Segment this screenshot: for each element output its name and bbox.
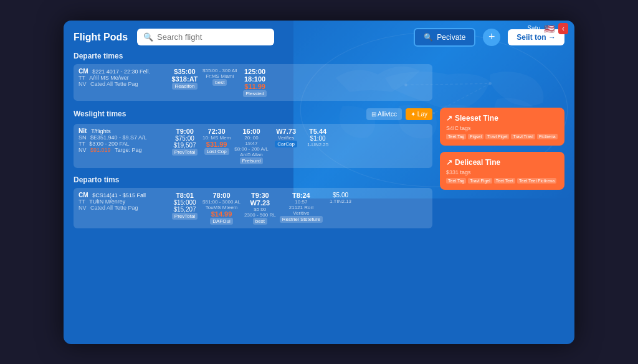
- badge-rainbow: Restriel Ststefure: [280, 216, 323, 223]
- flight-code-1: CM $221 4017 - 22:30 Fell.: [79, 68, 166, 75]
- sleeset-title: ↗ Sleeset Tine: [446, 114, 558, 123]
- w-price-hl2: $31.99: [206, 141, 227, 148]
- d2-t3: T9:30: [251, 192, 269, 199]
- w-v1: Verifies: [278, 135, 294, 141]
- d2-t1v: $51:00 - 3000 AL: [202, 199, 240, 205]
- flight-info-1: CM $221 4017 - 22:30 Fell. TT A/ril MS M…: [79, 68, 166, 87]
- w-p3: 10: MS Mem: [202, 135, 231, 141]
- departure-title: Departe times: [74, 52, 432, 60]
- sleeset-card[interactable]: ↗ Sleeset Tine S4IC tags Teet Tag Figsel…: [440, 108, 564, 146]
- d2-col-2: 78:00 $51:00 - 3000 AL TouMS Mteem $14.9…: [202, 192, 240, 225]
- add-button[interactable]: +: [483, 29, 500, 46]
- deliceal-subtitle: $331 tags: [446, 169, 558, 175]
- departo-row: CM $CS14(41 - $515 Fall TT TUlIN M/enrey…: [74, 188, 432, 228]
- d2-price-hl: $14.99: [211, 210, 232, 218]
- route-nv2: $91.019: [90, 147, 111, 153]
- badge-flessied: Flessied: [243, 90, 267, 97]
- code-nv2: NV: [79, 147, 87, 153]
- d2-route1: $CS14(41 - $515 Fall: [92, 192, 146, 198]
- search-box[interactable]: 🔍: [137, 29, 274, 45]
- tag-4: Travl Travl: [511, 134, 535, 139]
- w-main: $1:00: [310, 135, 326, 142]
- w-p8: Ard5 Allan: [240, 152, 262, 157]
- sleeset-subtitle: S4IC tags: [446, 125, 558, 131]
- arrow-icon-1: ↗: [446, 114, 452, 123]
- code-tt2: TT: [79, 141, 85, 147]
- tag-1: Teet Tag: [446, 134, 466, 139]
- departo-code-nv: NV Cated All Tette Pag: [79, 205, 166, 211]
- badge-d2-b1: PrevTotal: [172, 213, 198, 220]
- time-val-1: $35:00: [174, 68, 195, 75]
- back-button[interactable]: ‹: [558, 23, 568, 34]
- departure-section: Departe times CM $221 4017 - 22:30 Fell.…: [74, 52, 432, 101]
- weslight-route-tt: TT $3:00 - 200 FAL: [79, 141, 166, 147]
- header: Flight Pods 🔍 🔍 Pecivate + Seiit ton →: [64, 21, 574, 52]
- dtag-4: Teet Teet Fictirena: [517, 178, 556, 184]
- flight-sub-1: NV Cated All Tette Pag: [79, 81, 166, 87]
- d2-code: 1.TIN2.13: [330, 198, 351, 204]
- d2-tt: TT: [79, 198, 85, 205]
- w-col-4: W7.73 Verifies CarCap: [272, 128, 300, 164]
- private-button[interactable]: 🔍 Pecivate: [414, 28, 475, 47]
- w-t3: 16:00: [242, 128, 260, 135]
- targe-pag: Targe: Pag: [115, 147, 142, 153]
- departo-section: Departo tims CM $CS14(41 - $515 Fall TT …: [74, 175, 432, 228]
- right-panel: ↗ Sleeset Tine S4IC tags Teet Tag Figsel…: [440, 52, 564, 236]
- private-label: Pecivate: [437, 33, 465, 42]
- weslight-route-nv: NV $91.019 Targe: Pag: [79, 147, 166, 153]
- w-col-5: T5.44 $1:00 1-UN2.25: [304, 128, 332, 164]
- t2-val: Fr:MS Miami: [206, 73, 234, 79]
- allvtc-filter[interactable]: ⊞ Allivtcc: [366, 108, 402, 120]
- badge-prevtotal: PrevTotal: [172, 149, 198, 156]
- t3-val: 125:00: [244, 68, 265, 75]
- d2-t2v: TouMS Mteem: [206, 205, 238, 210]
- badge-lostcop: Lost Cop: [204, 148, 229, 155]
- d2-t4: W7.23: [250, 199, 270, 207]
- deliceal-card[interactable]: ↗ Deliceal Tine $331 tags Teet Tag Travl…: [440, 152, 564, 190]
- departo-info: CM $CS14(41 - $515 Fall TT TUlIN M/enrey…: [79, 192, 166, 211]
- w-t5: T5.44: [309, 128, 326, 135]
- price-highlight-1: $11.99: [244, 83, 265, 90]
- weslight-cols: T9:00 $75:00 $19,507 PrevTotal 72:30 10:…: [171, 128, 427, 164]
- departo-cols: T8:01 $15:000 $15,207 PrevTotal 78:00 $5…: [171, 192, 427, 225]
- w-t4: W7.73: [276, 128, 296, 135]
- t1-val: $55:00 - 300 All: [202, 68, 237, 73]
- app-title: Flight Pods: [74, 32, 130, 43]
- sleeset-label: Sleeset Tine: [455, 114, 498, 123]
- code-nv: NV: [79, 81, 87, 87]
- tag-5: Fictirena: [537, 134, 558, 139]
- d2-main: $5.00: [333, 192, 348, 198]
- arrow-icon-2: ↗: [446, 158, 452, 167]
- dtag-3: Teet Teet: [494, 178, 515, 184]
- time-val-2: $318:AT: [172, 75, 198, 83]
- badge-readifon: Readifon: [172, 83, 197, 90]
- search-input[interactable]: [157, 32, 268, 42]
- d2-t6v: 10:57: [295, 199, 307, 205]
- w-code: 1-UN2.25: [307, 142, 328, 147]
- tag-2: Figsel: [468, 134, 483, 139]
- d2-t1: T8:01: [176, 192, 194, 199]
- w-t1: T9:00: [176, 128, 194, 135]
- price-a: $221 4017 - 22:30 Fell.: [92, 68, 150, 75]
- sleeset-tags: Teet Tag Figsel Travl Figel Travl Travl …: [446, 134, 558, 139]
- d2-route2: TUlIN M/enrey: [89, 198, 125, 205]
- badge-fretsurd: Fretsurd: [240, 157, 264, 164]
- w-col-3: 16:00 20::00 19:47 $8:00 - 200 A/L Ard5 …: [234, 128, 268, 164]
- kiosk-screen: Satu 🇺🇸 ‹ Flight Pods 🔍 🔍 Pecivate + Sei…: [64, 21, 574, 344]
- lay-filter[interactable]: ✦ Lay: [406, 108, 432, 120]
- d2-col-1: T8:01 $15:000 $15,207 PrevTotal: [171, 192, 199, 225]
- deliceal-title: ↗ Deliceal Tine: [446, 158, 558, 167]
- time-col-2: $55:00 - 300 All Fr:MS Miami best: [202, 68, 237, 97]
- w-p5: 20::00: [244, 135, 258, 141]
- d2-t5v: 2300 - 500 RL: [244, 212, 276, 218]
- weslight-title: Weslight times: [74, 110, 126, 118]
- weslight-info: Nit T/flights SN $E351.940 - $9.S7 A/L T…: [79, 128, 166, 153]
- search-icon: 🔍: [143, 32, 153, 42]
- w-t2: 72:30: [208, 128, 226, 135]
- route-nv: Cated All Tette Pag: [90, 81, 138, 87]
- departo-code-cm: CM $CS14(41 - $515 Fall: [79, 192, 166, 198]
- d2-p2: $15,207: [173, 206, 196, 213]
- w-col-1: T9:00 $75:00 $19,507 PrevTotal: [171, 128, 199, 164]
- status-text: Satu: [527, 25, 540, 32]
- w-p6: 19:47: [245, 141, 257, 146]
